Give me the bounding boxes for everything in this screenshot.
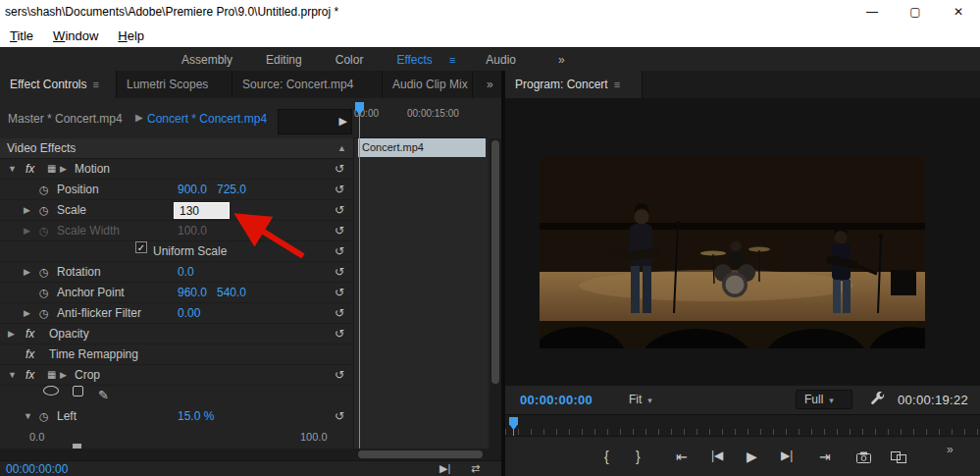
reset-icon[interactable]: ↺ bbox=[335, 283, 344, 302]
settings-wrench-icon[interactable] bbox=[870, 392, 885, 409]
panel-overflow-icon[interactable]: » bbox=[477, 71, 501, 98]
workspace-editing[interactable]: Editing bbox=[249, 53, 319, 67]
collapsed-icon[interactable]: ▶ bbox=[24, 303, 30, 323]
crop-label[interactable]: Crop bbox=[75, 365, 100, 385]
playback-resolution-select[interactable]: Full▾ bbox=[796, 390, 852, 409]
section-collapse-icon[interactable]: ▲ bbox=[337, 138, 346, 159]
program-current-timecode[interactable]: 00:00:00:00 bbox=[520, 393, 593, 407]
collapsed-icon[interactable]: ▶ bbox=[24, 262, 30, 282]
program-timeline-strip[interactable] bbox=[505, 414, 980, 436]
video-effects-section-header[interactable]: Video Effects ▲ bbox=[0, 138, 353, 159]
workspace-audio[interactable]: Audio bbox=[469, 53, 533, 67]
reset-icon[interactable]: ↺ bbox=[335, 262, 344, 282]
opacity-label[interactable]: Opacity bbox=[49, 324, 89, 344]
master-clip-tab[interactable]: Master * Concert.mp4 bbox=[8, 112, 123, 126]
program-panel-menu-icon[interactable]: ≡ bbox=[614, 79, 620, 90]
effect-controls-timecode[interactable]: 00:00:00:00 bbox=[6, 462, 68, 476]
reset-icon[interactable]: ↺ bbox=[335, 200, 344, 220]
collapsed-icon[interactable]: ▶ bbox=[24, 200, 30, 220]
workspace-color[interactable]: Color bbox=[319, 53, 381, 67]
rotation-value[interactable]: 0.0 bbox=[178, 262, 194, 282]
play-icon[interactable]: ▶ bbox=[747, 449, 757, 464]
go-to-in-icon[interactable]: ⇤ bbox=[676, 449, 688, 464]
tab-lumetri-scopes[interactable]: Lumetri Scopes bbox=[117, 71, 232, 98]
reset-icon[interactable]: ↺ bbox=[335, 159, 344, 179]
tab-audio-clip-mixer[interactable]: Audio Clip Mix bbox=[383, 71, 473, 98]
effect-controls-ruler[interactable]: 00:00 00:00:15:00 bbox=[353, 98, 488, 138]
menu-title[interactable]: Title bbox=[0, 28, 43, 43]
rectangle-mask-icon[interactable] bbox=[73, 386, 83, 397]
tab-effect-controls[interactable]: Effect Controls ≡ bbox=[0, 71, 117, 98]
workspace-effects[interactable]: Effects bbox=[380, 53, 448, 67]
maximize-button[interactable]: ▢ bbox=[894, 0, 937, 24]
position-x-value[interactable]: 900.0 bbox=[178, 180, 207, 199]
effect-row-motion[interactable]: ▼ fx ▦ ▶ Motion ↺ bbox=[0, 159, 353, 180]
toggle-animation-icon[interactable]: ◷ bbox=[39, 283, 49, 302]
timeline-clip[interactable]: Concert.mp4 bbox=[358, 138, 486, 157]
toggle-animation-icon[interactable]: ◷ bbox=[39, 200, 49, 220]
zoom-level-select[interactable]: Fit▾ bbox=[629, 393, 652, 406]
expanded-icon[interactable]: ▼ bbox=[8, 365, 17, 385]
toggle-animation-icon[interactable]: ◷ bbox=[39, 406, 49, 426]
workspace-assembly[interactable]: Assembly bbox=[165, 53, 249, 67]
toggle-animation-icon[interactable]: ◷ bbox=[39, 262, 49, 282]
anchor-x-value[interactable]: 960.0 bbox=[178, 283, 207, 302]
horizontal-scrollbar[interactable] bbox=[0, 449, 501, 460]
anchor-y-value[interactable]: 540.0 bbox=[217, 283, 246, 302]
play-edit-icon[interactable]: ▶| bbox=[439, 462, 450, 475]
step-forward-icon[interactable]: ▶| bbox=[781, 449, 793, 462]
scale-value-input[interactable] bbox=[174, 202, 230, 219]
reset-icon[interactable]: ↺ bbox=[335, 303, 344, 323]
panel-overflow-glyph: » bbox=[487, 78, 493, 91]
step-back-icon[interactable]: |◀ bbox=[711, 449, 723, 462]
tab-source-monitor[interactable]: Source: Concert.mp4 bbox=[232, 71, 383, 98]
motion-label[interactable]: Motion bbox=[75, 159, 110, 179]
reset-icon[interactable]: ↺ bbox=[335, 406, 344, 426]
tab-program-monitor[interactable]: Program: Concert ≡ bbox=[505, 71, 643, 98]
collapsed-icon[interactable]: ▶ bbox=[8, 324, 15, 344]
fx-badge-icon[interactable]: fx bbox=[26, 365, 34, 385]
fx-badge-icon[interactable]: fx bbox=[26, 159, 34, 179]
anti-flicker-value[interactable]: 0.00 bbox=[178, 303, 200, 323]
expanded-icon[interactable]: ▼ bbox=[24, 406, 32, 426]
menu-help[interactable]: Help bbox=[108, 28, 154, 43]
workspace-overflow-icon[interactable]: » bbox=[533, 53, 565, 67]
reset-icon[interactable]: ↺ bbox=[335, 324, 344, 344]
program-video-frame[interactable] bbox=[540, 156, 925, 348]
ellipse-mask-icon[interactable] bbox=[43, 386, 59, 396]
reset-icon[interactable]: ↺ bbox=[335, 241, 344, 261]
toggle-animation-icon[interactable]: ◷ bbox=[39, 180, 49, 199]
fx-badge-icon[interactable]: fx bbox=[26, 324, 34, 344]
reset-icon[interactable]: ↺ bbox=[335, 365, 344, 385]
vertical-scrollbar-thumb[interactable] bbox=[491, 140, 499, 384]
effect-row-opacity[interactable]: ▶ fx Opacity ↺ bbox=[0, 324, 353, 344]
minimize-button[interactable]: — bbox=[851, 0, 894, 24]
clip-tab[interactable]: Concert * Concert.mp4 bbox=[147, 112, 267, 126]
mark-in-icon[interactable]: { bbox=[604, 449, 609, 464]
position-y-value[interactable]: 725.0 bbox=[217, 180, 246, 199]
menu-window[interactable]: Window bbox=[43, 28, 108, 43]
workspace-menu-icon[interactable]: ≡ bbox=[449, 54, 469, 66]
expanded-icon[interactable]: ▼ bbox=[8, 159, 17, 179]
time-remapping-label[interactable]: Time Remapping bbox=[49, 344, 138, 364]
toggle-animation-icon[interactable]: ◷ bbox=[39, 303, 49, 323]
vertical-scrollbar[interactable] bbox=[490, 138, 501, 449]
timeline-nav-box[interactable]: ▶ bbox=[278, 109, 352, 134]
panel-menu-icon[interactable]: ≡ bbox=[92, 79, 98, 90]
effect-row-crop[interactable]: ▼ fx ▦ ▶ Crop ↺ bbox=[0, 365, 353, 386]
export-frame-icon[interactable] bbox=[856, 450, 871, 466]
close-button[interactable]: ✕ bbox=[937, 0, 980, 24]
loop-icon[interactable]: ⇄ bbox=[471, 462, 480, 475]
transform-icon: ▦ bbox=[47, 159, 56, 179]
horizontal-scrollbar-thumb[interactable] bbox=[358, 450, 483, 458]
mark-out-icon[interactable]: } bbox=[636, 449, 641, 464]
uniform-scale-checkbox[interactable]: ✓ bbox=[135, 241, 147, 253]
go-to-out-icon[interactable]: ⇥ bbox=[819, 449, 831, 464]
crop-left-value[interactable]: 15.0 % bbox=[178, 406, 214, 426]
pen-mask-icon[interactable]: ✎ bbox=[98, 386, 109, 405]
transport-overflow-icon[interactable]: » bbox=[947, 443, 954, 456]
effect-row-time-remapping[interactable]: fx Time Remapping bbox=[0, 344, 353, 365]
comparison-view-icon[interactable] bbox=[891, 450, 906, 466]
reset-icon[interactable]: ↺ bbox=[335, 180, 344, 199]
nav-forward-icon[interactable]: ▶ bbox=[339, 115, 347, 128]
